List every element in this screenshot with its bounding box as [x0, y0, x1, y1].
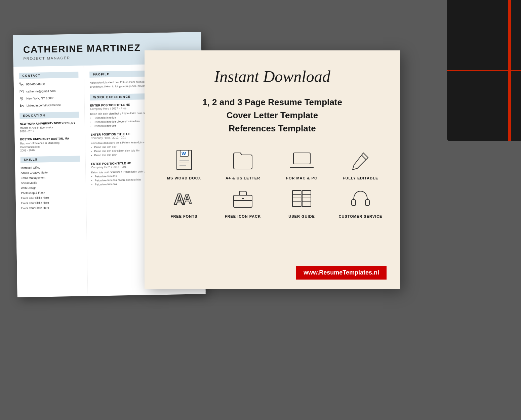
phone-text: 968-666-8968	[26, 82, 45, 86]
location-icon	[19, 96, 24, 101]
svg-rect-15	[234, 195, 252, 207]
year-1: 2010 - 2012	[20, 129, 79, 133]
skill-item: Web Design	[21, 185, 80, 190]
fonts-label: FREE FONTS	[171, 214, 198, 218]
book-icon	[290, 187, 314, 210]
feature-line-1: 1, 2 and 3 Page Resume Template	[158, 96, 387, 109]
svg-point-2	[20, 104, 21, 105]
phone-icon	[19, 82, 24, 87]
year-2: 2006 - 2010	[20, 148, 80, 152]
icon-cell-fonts: A A FREE FONTS	[158, 187, 210, 218]
skill-item: Photoshop & Flash	[21, 191, 80, 195]
notebook-decoration	[447, 0, 521, 141]
skills-header: SKILLS	[21, 156, 80, 163]
skill-item: Enter Your Skills Here	[21, 201, 81, 205]
skill-item: Enter Your Skills Here	[21, 196, 81, 200]
folder-icon	[231, 149, 255, 172]
skill-item: Microsoft Office	[21, 165, 80, 170]
edit-label: FULLY EDITABLE	[343, 176, 378, 180]
svg-line-12	[361, 155, 366, 160]
skill-item: Enter Your Skills Here	[21, 206, 81, 210]
briefcase-label: FREE ICON PACK	[225, 214, 261, 218]
website-banner: www.ResumeTemplates.nl	[296, 266, 387, 280]
education-header: EDUCATION	[19, 112, 79, 119]
contact-header: CONTACT	[19, 72, 78, 79]
contact-email: catherine@gmail.com	[19, 88, 79, 94]
svg-text:A: A	[183, 192, 192, 206]
degree-2: Bachelor of Science in Marketing Communi…	[20, 140, 80, 149]
website-url: www.ResumeTemplates.nl	[304, 269, 379, 276]
icon-grid: W MS WORD DOCX A4 & US LETTER	[158, 149, 387, 218]
briefcase-icon	[231, 187, 255, 210]
info-card: Instant Download 1, 2 and 3 Page Resume …	[145, 50, 400, 289]
contact-linkedin: Linkedin.com/in/catherine	[19, 102, 79, 108]
email-text: catherine@gmail.com	[26, 89, 55, 93]
icon-cell-folder: A4 & US LETTER	[217, 149, 269, 180]
icon-cell-briefcase: FREE ICON PACK	[217, 187, 269, 218]
icon-cell-edit: FULLY EDITABLE	[334, 149, 387, 180]
laptop-icon	[290, 149, 314, 172]
fonts-icon: A A	[172, 187, 196, 210]
linkedin-text: Linkedin.com/in/catherine	[27, 103, 61, 107]
svg-rect-18	[292, 191, 301, 207]
icon-cell-book: USER GUIDE	[276, 187, 328, 218]
education-item-2: BOSTON UNIVERSITY Boston, MA Bachelor of…	[20, 137, 80, 152]
resume-left-column: CONTACT 968-666-8968 catherine@gmail.com	[13, 66, 88, 295]
ms-word-icon: W	[172, 149, 196, 172]
feature-line-3: References Template	[158, 122, 387, 135]
folder-label: A4 & US LETTER	[226, 176, 260, 180]
contact-address: New York, NY 10005	[19, 95, 79, 101]
svg-text:W: W	[182, 151, 186, 156]
headphones-icon	[349, 187, 372, 210]
icon-cell-msword: W MS WORD DOCX	[158, 149, 210, 180]
feature-line-2: Cover Letter Template	[158, 109, 387, 122]
icon-cell-headphones: CUSTOMER SERVICE	[334, 187, 387, 218]
contact-phone: 968-666-8968	[19, 81, 79, 87]
instant-download-title: Instant Download	[158, 67, 387, 86]
address-text: New York, NY 10005	[26, 96, 54, 100]
msword-label: MS WORD DOCX	[167, 176, 201, 180]
education-item-1: NEW YORK UNIVERSITY New York, NY Master …	[20, 121, 80, 133]
edit-icon	[349, 149, 372, 172]
svg-point-1	[21, 98, 22, 99]
svg-rect-9	[293, 153, 310, 164]
icon-cell-laptop: FOR MAC & PC	[276, 149, 328, 180]
linkedin-icon	[19, 103, 24, 108]
notebook-elastic	[447, 70, 521, 71]
skill-item: Social Media	[21, 180, 80, 185]
laptop-label: FOR MAC & PC	[286, 176, 317, 180]
skill-item: Email Management	[21, 175, 80, 180]
svg-rect-19	[302, 191, 311, 207]
svg-rect-26	[352, 200, 356, 206]
svg-rect-27	[365, 200, 369, 206]
headphones-label: CUSTOMER SERVICE	[339, 214, 383, 218]
skills-list: Microsoft OfficeAdobe Creative SuiteEmai…	[21, 165, 81, 210]
template-features: 1, 2 and 3 Page Resume Template Cover Le…	[158, 96, 387, 135]
book-label: USER GUIDE	[288, 214, 315, 218]
skill-item: Adobe Creative Suite	[21, 170, 80, 175]
email-icon	[19, 89, 24, 94]
